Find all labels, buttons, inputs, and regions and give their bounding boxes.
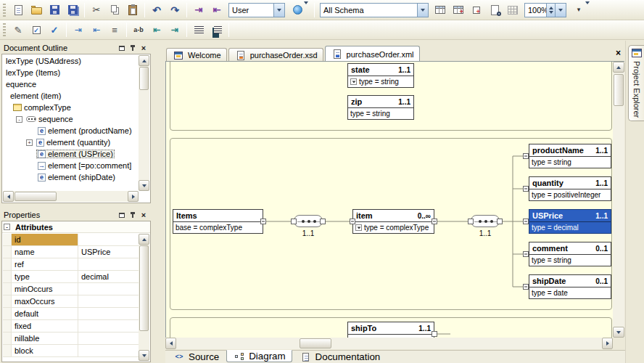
shift-right-button[interactable]: ⇥ [166,22,183,38]
property-value[interactable] [78,258,139,270]
grid-button[interactable] [504,2,521,18]
schema-diagram-canvas[interactable]: state1..1type = stringzip1..1type = stri… [165,62,613,338]
expand-type-icon[interactable] [350,78,357,85]
tab-purchaseorder-xsd[interactable]: purchaseOrder.xsd [228,48,323,62]
save-all-button[interactable] [64,2,81,18]
open-folder-button[interactable] [28,2,45,18]
zoom-combo[interactable]: 100% [524,3,566,17]
tree-expander-icon[interactable]: + [26,139,33,146]
outline-item[interactable]: lexType (USAddress) [3,55,139,67]
float-panel-button[interactable] [117,44,127,53]
scrollbar-thumb[interactable] [300,338,331,348]
indent-first-button[interactable]: ⇥ [70,22,87,38]
property-value[interactable] [78,320,139,332]
diagram-box-shipTo[interactable]: shipTo1..1 [347,322,434,338]
line-spacing-button[interactable]: ≡ [106,22,123,38]
collapse-icon[interactable]: - [4,224,10,230]
ab-button[interactable]: a-b [130,22,147,38]
user-combo-dropdown[interactable] [273,4,284,17]
property-value[interactable]: decimal [78,271,139,282]
rename-button[interactable]: ✎ [9,22,27,38]
web-browser-button[interactable] [288,2,311,18]
sequence-symbol[interactable] [471,215,500,227]
checkbox-button[interactable]: ✓ [28,22,45,38]
outline-item[interactable]: eelement (USPrice) [3,148,139,160]
outline-item[interactable]: →element [=po:comment] [3,160,139,171]
property-label[interactable]: id [12,234,78,245]
redo-button[interactable]: ↷ [166,2,183,18]
cut-button[interactable]: ✂ [88,2,105,18]
properties-vscrollbar[interactable] [139,234,149,361]
user-combo[interactable]: User [228,3,285,17]
diagram-box-Items[interactable]: Itemsbase = complexType [173,209,263,234]
scroll-left-button[interactable] [3,191,14,202]
copy-button[interactable] [106,2,123,18]
property-label[interactable]: block [12,345,78,356]
sequence-symbol[interactable] [294,215,323,227]
view-tab-documentation[interactable]: Documentation [294,351,387,363]
pin-panel-button[interactable] [128,211,138,220]
property-value[interactable] [78,345,139,356]
property-label[interactable]: type [12,271,78,282]
property-value[interactable]: USPrice [78,246,139,258]
pin-panel-button[interactable] [128,44,138,53]
shift-left-button[interactable]: ⇤ [148,22,165,38]
close-panel-button[interactable]: × [139,44,149,53]
attributes-section-header[interactable]: - Attributes [2,221,150,233]
property-label[interactable]: name [12,246,78,258]
scrollbar-thumb[interactable] [139,245,149,331]
property-value[interactable] [78,295,139,307]
scrollbar-thumb[interactable] [139,67,149,90]
close-panel-button[interactable]: × [139,211,149,220]
expand-type-icon[interactable] [355,224,362,231]
property-label[interactable]: fixed [12,320,78,332]
tab-purchaseorder-xml[interactable]: purchaseOrder.xml [325,46,420,62]
outline-item[interactable]: eelement (productName) [3,125,139,136]
scroll-down-button[interactable] [613,327,624,338]
insert-table-button[interactable]: + [450,2,467,18]
outline-item[interactable]: element (item) [3,90,139,102]
tab-welcome[interactable]: Welcome [166,48,227,62]
align-left-button[interactable] [190,22,207,38]
property-label[interactable]: default [12,308,78,319]
undo-button[interactable]: ↶ [148,2,165,18]
diagram-box-state[interactable]: state1..1type = string [347,63,414,88]
outline-item[interactable]: eelement (shipDate) [3,171,139,183]
save-button[interactable] [46,2,63,18]
diagram-box-quantity[interactable]: quantity1..1type = positiveInteger [529,176,611,201]
paste-button[interactable] [124,2,141,18]
canvas-hscrollbar[interactable] [165,338,613,349]
diagram-box-item[interactable]: item0..∞type = complexType [352,209,434,234]
scroll-down-button[interactable] [139,180,149,191]
outline-item[interactable]: -sequence [3,113,139,125]
toolbar-options-button[interactable]: ▾ [569,2,593,18]
new-document-button[interactable] [9,2,27,18]
close-tab-button[interactable]: × [613,48,624,59]
property-label[interactable]: ref [12,258,78,270]
scroll-up-button[interactable] [139,234,149,245]
validate-button[interactable]: ✓ [46,22,63,38]
hanging-indent-button[interactable]: ⇤ [88,22,105,38]
add-cell-button[interactable]: + [468,2,485,18]
scroll-left-button[interactable] [165,338,176,349]
tree-expander-icon[interactable]: - [16,116,22,123]
zoom-combo-dropdown[interactable] [555,4,566,17]
property-value[interactable] [78,283,139,295]
outline-item[interactable]: +eelement (quantity) [3,136,139,148]
diagram-box-productName[interactable]: productName1..1type = string [529,144,611,168]
property-value[interactable] [78,333,139,344]
float-panel-button[interactable] [117,211,127,220]
canvas-vscrollbar[interactable] [613,62,624,338]
outline-vscrollbar[interactable] [139,55,149,191]
property-label[interactable]: nillable [12,333,78,344]
view-tab-source[interactable]: <>Source [167,351,225,363]
diagram-box-USPrice[interactable]: USPrice1..1type = decimal [529,209,611,234]
scroll-right-button[interactable] [128,191,139,202]
toolbar-grip[interactable] [3,23,6,36]
scroll-up-button[interactable] [139,55,149,66]
scroll-right-button[interactable] [602,338,613,349]
property-label[interactable]: minOccurs [12,283,78,295]
outline-item[interactable]: equence [3,78,139,90]
export-button[interactable]: ⇤ [208,2,226,18]
list-button[interactable] [208,22,226,38]
